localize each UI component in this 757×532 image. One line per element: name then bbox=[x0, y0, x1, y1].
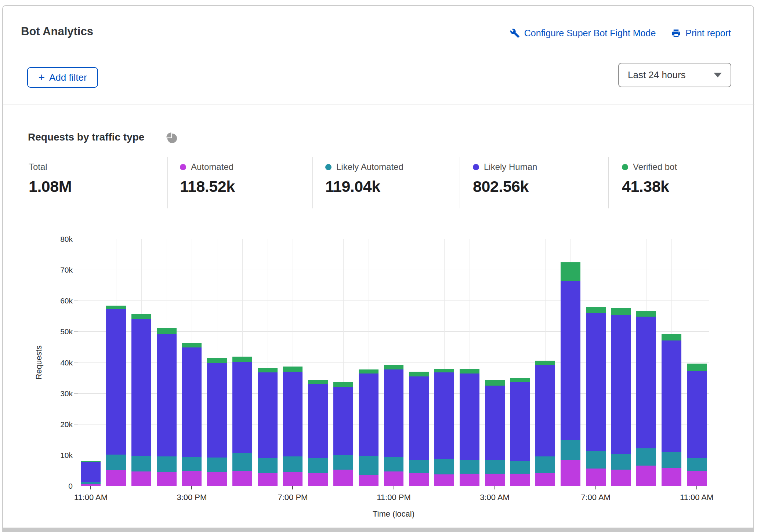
y-tick-label: 80k bbox=[60, 235, 73, 243]
time-range-select[interactable]: Last 24 hours bbox=[618, 63, 731, 87]
bar-100am[interactable] bbox=[434, 239, 454, 486]
bar-segment bbox=[81, 484, 101, 486]
stat-total[interactable]: Total 1.08M bbox=[29, 157, 72, 208]
bar-1200pm[interactable] bbox=[106, 239, 126, 486]
bar-segment bbox=[409, 376, 429, 459]
bar-1000pm[interactable] bbox=[359, 239, 378, 486]
wrench-icon bbox=[510, 28, 520, 38]
y-tick-mark bbox=[74, 362, 78, 363]
bar-500am[interactable] bbox=[535, 239, 555, 486]
bot-analytics-page: Bot Analytics Configure Super Bot Fight … bbox=[0, 0, 757, 532]
bar-segment bbox=[687, 471, 707, 486]
x-tick-mark bbox=[595, 486, 596, 489]
x-tick-mark bbox=[696, 486, 697, 489]
bar-700pm[interactable] bbox=[283, 239, 303, 486]
bar-1100am[interactable] bbox=[81, 239, 101, 486]
bar-segment bbox=[157, 328, 177, 334]
stat-divider bbox=[460, 157, 460, 208]
bar-segment bbox=[384, 457, 404, 471]
stat-automated[interactable]: Automated 118.52k bbox=[180, 157, 235, 208]
bar-segment bbox=[106, 455, 126, 470]
bar-segment bbox=[611, 315, 631, 454]
bar-segment bbox=[106, 470, 126, 486]
stat-label-row: Total bbox=[29, 161, 72, 172]
stat-value: 802.56k bbox=[473, 178, 537, 196]
next-section-edge bbox=[3, 528, 754, 532]
legend-dot-verified-bot bbox=[622, 164, 628, 170]
configure-super-bot-fight-mode-link[interactable]: Configure Super Bot Fight Mode bbox=[510, 28, 656, 39]
stat-label: Automated bbox=[191, 162, 233, 172]
bar-200am[interactable] bbox=[460, 239, 479, 486]
printer-icon bbox=[671, 28, 681, 38]
bar-segment bbox=[460, 369, 479, 374]
bar-900am[interactable] bbox=[636, 239, 656, 486]
bar-1200am[interactable] bbox=[409, 239, 429, 486]
x-tick-label: 3:00 AM bbox=[480, 493, 510, 502]
stat-label-row: Likely Automated bbox=[325, 161, 403, 172]
bar-segment bbox=[283, 367, 303, 372]
bar-segment bbox=[586, 307, 606, 313]
stat-divider bbox=[167, 157, 168, 208]
add-filter-label: Add filter bbox=[49, 72, 87, 83]
bar-segment bbox=[434, 372, 454, 459]
bar-segment bbox=[232, 362, 252, 453]
bar-segment bbox=[131, 314, 151, 319]
stat-likely-automated[interactable]: Likely Automated 119.04k bbox=[325, 157, 403, 208]
bar-segment bbox=[460, 460, 479, 474]
bar-400pm[interactable] bbox=[207, 239, 227, 486]
bar-segment bbox=[485, 386, 505, 460]
bar-segment bbox=[207, 458, 227, 472]
bar-1100pm[interactable] bbox=[384, 239, 404, 486]
bar-400am[interactable] bbox=[510, 239, 530, 486]
stat-label-row: Likely Human bbox=[473, 161, 537, 172]
bar-segment bbox=[308, 458, 328, 473]
bar-segment bbox=[258, 473, 278, 486]
bar-segment bbox=[207, 358, 227, 363]
y-tick-label: 70k bbox=[60, 266, 73, 274]
bar-segment bbox=[157, 334, 177, 456]
add-filter-button[interactable]: + Add filter bbox=[27, 67, 98, 88]
bar-segment bbox=[535, 365, 555, 456]
bar-800am[interactable] bbox=[611, 239, 631, 486]
bar-800pm[interactable] bbox=[308, 239, 328, 486]
bar-segment bbox=[561, 440, 580, 460]
bar-segment bbox=[359, 456, 378, 474]
bar-segment bbox=[308, 384, 328, 458]
chevron-down-icon bbox=[714, 73, 722, 77]
y-tick-mark bbox=[74, 331, 78, 332]
bar-segment bbox=[258, 372, 278, 458]
stat-label: Likely Human bbox=[484, 162, 537, 172]
bar-600am[interactable] bbox=[561, 239, 580, 486]
stat-divider bbox=[312, 157, 313, 208]
bar-1100am[interactable] bbox=[687, 239, 707, 486]
stat-likely-human[interactable]: Likely Human 802.56k bbox=[473, 157, 537, 208]
bar-1000am[interactable] bbox=[662, 239, 681, 486]
time-range-value: Last 24 hours bbox=[628, 69, 686, 81]
bar-segment bbox=[207, 472, 227, 486]
print-report-link[interactable]: Print report bbox=[671, 28, 731, 39]
bar-300am[interactable] bbox=[485, 239, 505, 486]
bar-segment bbox=[460, 474, 479, 486]
bar-segment bbox=[636, 466, 656, 486]
configure-link-label: Configure Super Bot Fight Mode bbox=[524, 28, 656, 39]
bar-segment bbox=[308, 380, 328, 385]
bar-segment bbox=[232, 471, 252, 486]
bar-900pm[interactable] bbox=[333, 239, 353, 486]
bar-segment bbox=[687, 371, 707, 458]
legend-dot-automated bbox=[180, 164, 186, 170]
bar-600pm[interactable] bbox=[258, 239, 278, 486]
bar-700am[interactable] bbox=[586, 239, 606, 486]
bar-500pm[interactable] bbox=[232, 239, 252, 486]
bar-300pm[interactable] bbox=[182, 239, 202, 486]
bar-segment bbox=[384, 471, 404, 486]
y-tick-label: 20k bbox=[60, 420, 73, 429]
bar-segment bbox=[182, 457, 202, 471]
y-tick-mark bbox=[74, 300, 78, 301]
bar-100pm[interactable] bbox=[131, 239, 151, 486]
bar-segment bbox=[283, 472, 303, 486]
bar-segment bbox=[384, 369, 404, 457]
stat-verified-bot[interactable]: Verified bot 41.38k bbox=[622, 157, 677, 208]
x-tick-mark bbox=[292, 486, 293, 489]
bar-200pm[interactable] bbox=[157, 239, 177, 486]
bar-segment bbox=[333, 387, 353, 455]
